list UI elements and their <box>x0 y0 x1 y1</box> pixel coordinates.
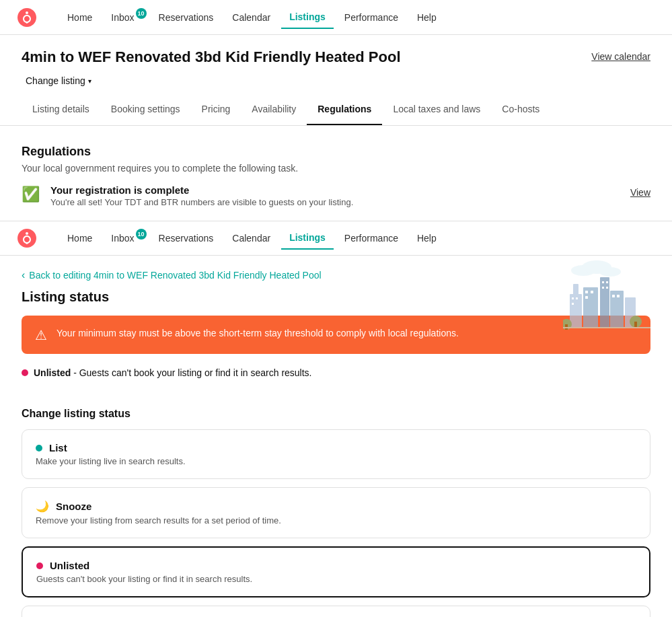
list-green-dot <box>36 445 42 451</box>
unlisted-card-desc: Guests can't book your listing or find i… <box>36 574 636 584</box>
svg-rect-6 <box>600 277 609 328</box>
snooze-card-desc: Remove your listing from search results … <box>36 515 636 525</box>
svg-rect-4 <box>573 284 578 295</box>
secondary-inbox-badge: 10 <box>136 229 147 240</box>
unlisted-option-card[interactable]: Unlisted Guests can't book your listing … <box>22 546 650 597</box>
svg-rect-10 <box>576 297 578 299</box>
list-card-desc: Make your listing live in search results… <box>36 456 636 466</box>
tabs-row: Listing details Booking settings Pricing… <box>0 94 672 126</box>
tab-regulations[interactable]: Regulations <box>307 94 382 125</box>
list-option-card[interactable]: List Make your listing live in search re… <box>22 429 650 479</box>
reg-card-title: Your registration is complete <box>50 184 620 196</box>
inbox-badge: 10 <box>136 8 147 19</box>
regulations-wrapper: Regulations Your local government requir… <box>0 126 672 221</box>
svg-rect-14 <box>585 296 588 299</box>
svg-rect-13 <box>591 291 593 293</box>
nav-help[interactable]: Help <box>409 7 445 28</box>
reg-card-content: Your registration is complete You're all… <box>50 184 620 207</box>
warning-text: Your minimum stay must be above the shor… <box>57 326 459 340</box>
nav-listings[interactable]: Listings <box>281 6 334 29</box>
listing-title: 4min to WEF Renovated 3bd Kid Friendly H… <box>22 48 401 66</box>
svg-rect-12 <box>585 291 588 293</box>
snooze-card-header: 🌙 Snooze <box>36 500 636 513</box>
back-link[interactable]: ‹ Back to editing 4min to WEF Renovated … <box>22 269 322 281</box>
airbnb-logo-secondary[interactable] <box>16 227 38 249</box>
top-navigation: Home Inbox 10 Reservations Calendar List… <box>0 0 672 35</box>
city-illustration <box>563 257 650 331</box>
svg-rect-18 <box>606 287 608 289</box>
warning-box: ⚠ Your minimum stay must be above the sh… <box>22 316 650 354</box>
list-card-title: List <box>49 442 67 453</box>
nav-inbox[interactable]: Inbox 10 <box>103 7 147 28</box>
tab-pricing[interactable]: Pricing <box>191 94 241 125</box>
tab-booking-settings[interactable]: Booking settings <box>100 94 191 125</box>
svg-rect-19 <box>612 295 615 297</box>
secondary-nav-help[interactable]: Help <box>409 227 445 249</box>
airbnb-logo[interactable] <box>16 7 38 28</box>
moon-icon: 🌙 <box>36 500 49 513</box>
unlisted-label: Unlisted - Guests can't book your listin… <box>34 367 312 378</box>
svg-rect-9 <box>572 297 574 299</box>
deactivate-option-card[interactable]: 🗑 Deactivate Permanently remove your lis… <box>22 606 650 617</box>
snooze-option-card[interactable]: 🌙 Snooze Remove your listing from search… <box>22 487 650 538</box>
snooze-card-title: Snooze <box>56 501 91 512</box>
change-listing-row: Change listing ▾ <box>0 66 672 89</box>
secondary-nav-listings[interactable]: Listings <box>281 227 334 250</box>
warning-triangle-icon: ⚠ <box>35 327 47 343</box>
view-registration-link[interactable]: View <box>630 187 650 198</box>
svg-rect-5 <box>583 287 598 328</box>
nav-links: Home Inbox 10 Reservations Calendar List… <box>59 6 445 29</box>
change-listing-button[interactable]: Change listing ▾ <box>22 73 96 89</box>
nav-calendar[interactable]: Calendar <box>224 7 278 28</box>
tab-local-taxes[interactable]: Local taxes and laws <box>382 94 491 125</box>
regulations-subtitle: Your local government requires you to co… <box>22 163 650 174</box>
nav-performance[interactable]: Performance <box>336 7 406 28</box>
secondary-nav-inbox[interactable]: Inbox 10 <box>103 227 147 249</box>
secondary-nav-performance[interactable]: Performance <box>336 227 406 249</box>
check-circle-icon: ✅ <box>22 186 40 203</box>
view-calendar-link[interactable]: View calendar <box>591 51 650 62</box>
current-status-row: Unlisted - Guests can't book your listin… <box>22 365 650 392</box>
secondary-nav-home[interactable]: Home <box>59 227 100 249</box>
unlisted-indicator <box>22 369 28 376</box>
back-link-text: Back to editing 4min to WEF Renovated 3b… <box>29 270 321 281</box>
svg-point-2 <box>599 267 621 277</box>
regulations-section: Regulations Your local government requir… <box>0 126 672 221</box>
svg-rect-16 <box>606 281 608 283</box>
tab-cohosts[interactable]: Co-hosts <box>491 94 550 125</box>
back-arrow-icon: ‹ <box>22 269 25 281</box>
secondary-nav-reservations[interactable]: Reservations <box>151 227 222 249</box>
change-status-section: Change listing status List Make your lis… <box>0 408 672 617</box>
reg-card-desc: You're all set! Your TDT and BTR numbers… <box>50 197 620 207</box>
listing-status-title: Listing status <box>22 289 650 305</box>
tab-availability[interactable]: Availability <box>241 94 307 125</box>
regulations-title: Regulations <box>22 145 650 159</box>
tab-listing-details[interactable]: Listing details <box>22 94 100 125</box>
unlisted-card-header: Unlisted <box>36 560 636 571</box>
secondary-navigation: Home Inbox 10 Reservations Calendar List… <box>0 221 672 256</box>
secondary-nav-links: Home Inbox 10 Reservations Calendar List… <box>59 227 445 250</box>
list-card-header: List <box>36 442 636 453</box>
svg-rect-11 <box>572 303 574 305</box>
svg-rect-17 <box>602 287 604 289</box>
svg-rect-20 <box>617 295 620 297</box>
change-status-title: Change listing status <box>22 408 650 420</box>
page-header: 4min to WEF Renovated 3bd Kid Friendly H… <box>0 35 672 66</box>
unlisted-card-title: Unlisted <box>50 560 89 571</box>
unlisted-red-dot <box>36 562 43 569</box>
svg-rect-15 <box>602 281 604 283</box>
nav-home[interactable]: Home <box>59 7 100 28</box>
nav-reservations[interactable]: Reservations <box>151 7 222 28</box>
chevron-down-icon: ▾ <box>88 77 91 85</box>
registration-card: ✅ Your registration is complete You're a… <box>22 184 650 207</box>
secondary-nav-calendar[interactable]: Calendar <box>224 227 278 249</box>
